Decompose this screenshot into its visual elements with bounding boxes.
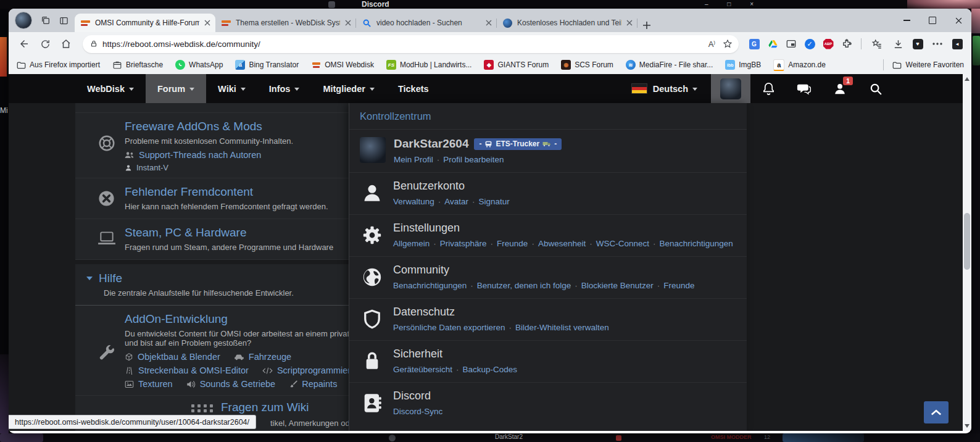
tab-kostenloses-hochladen[interactable]: Kostenloses Hochladen und Teilen [497,14,637,32]
new-tab-icon[interactable] [642,21,651,30]
dropdown-item-title[interactable]: Discord [393,390,442,402]
home-icon[interactable] [57,35,75,53]
nav-infos[interactable]: Infos [257,74,312,103]
forum-link[interactable]: Support-Threads nach Autoren [139,150,261,160]
dropdown-link[interactable]: Discord-Sync [393,407,442,416]
notifications-bell-icon[interactable] [750,74,786,103]
user-avatar[interactable] [360,137,386,163]
category-title[interactable]: Hilfe [99,272,122,285]
bookmark-firefox-import[interactable]: Aus Firefox importiert [16,60,100,70]
dropdown-link[interactable]: Geräteübersicht [393,365,452,374]
browser-profile-avatar[interactable] [15,12,32,29]
dropdown-link[interactable]: Abwesenheit [538,239,586,248]
search-icon[interactable] [858,74,894,103]
close-tab-icon[interactable] [486,20,492,26]
scroll-up-arrow[interactable] [965,77,970,81]
dropdown-item-title[interactable]: Datenschutz [393,306,609,319]
chevron-down-icon[interactable] [86,277,93,280]
bookmark-scs-forum[interactable]: ◉ SCS Forum [561,60,613,70]
dropdown-item-title[interactable]: Community [393,264,695,277]
workspaces-icon[interactable] [41,15,51,25]
refresh-icon[interactable] [36,35,54,53]
dropdown-link[interactable]: Freunde [663,281,694,290]
dropdown-item-title[interactable]: Sicherheit [393,348,517,361]
extensions-puzzle-icon[interactable] [839,36,855,52]
nav-wiki[interactable]: Wiki [206,74,257,103]
dropdown-link[interactable]: Bilder-Whitelist verwalten [515,323,609,332]
bookmark-brieftasche[interactable]: Brieftasche [112,60,163,70]
dropdown-link[interactable]: Benachrichtigungen [393,281,467,290]
tab-actions-icon[interactable] [59,16,69,25]
page-scrollbar[interactable] [963,74,971,431]
dropdown-item-title[interactable]: Benutzerkonto [393,180,510,193]
sidebar-panel-icon[interactable]: ◂ [949,36,965,52]
dropdown-link[interactable]: Verwaltung [393,197,434,206]
tab-video-hochladen[interactable]: video hochladen - Suchen [356,14,497,32]
close-tab-icon[interactable] [345,20,351,26]
bookmark-imgbb[interactable]: ibb ImgBB [725,60,761,70]
close-tab-icon[interactable] [204,20,210,26]
forum-link[interactable]: Objektbau & Blender [138,352,220,362]
conversations-icon[interactable] [786,74,822,103]
forum-link[interactable]: Streckenbau & OMSI-Editor [138,365,249,375]
user-alerts-icon[interactable]: 1 [822,74,858,103]
more-favorites-button[interactable]: Weitere Favoriten [892,60,964,70]
language-selector[interactable]: Deutsch [653,84,697,94]
bookmark-mediafire[interactable]: ≋ MediaFire - File shar... [626,60,713,70]
tab-thema-erstellen[interactable]: Thema erstellen - WebDisk System [215,14,356,32]
dropdown-link[interactable]: Privatsphäre [440,239,487,248]
favorite-star-icon[interactable] [720,35,735,53]
bookmark-whatsapp[interactable]: WhatsApp [175,60,223,70]
forum-link[interactable]: Instant-V [136,163,168,172]
username[interactable]: DarkStar2604 [394,137,468,151]
browser-essentials-icon[interactable]: ♥ [910,36,926,52]
close-window-button[interactable] [945,9,971,32]
back-icon[interactable] [15,35,33,53]
settings-more-icon[interactable] [928,35,947,53]
dropdown-link[interactable]: Persönliche Daten exportieren [393,323,505,332]
bookmark-amazon[interactable]: a Amazon.de [773,59,826,71]
dropdown-item-title[interactable]: Einstellungen [393,222,733,235]
dropdown-link[interactable]: WSC-Connect [596,239,649,248]
picture-in-picture-icon[interactable] [783,36,799,52]
nav-mitglieder[interactable]: Mitglieder [311,74,386,103]
forum-link[interactable]: Texturen [138,379,173,389]
drive-extension-icon[interactable] [765,36,781,52]
dropdown-link[interactable]: Benachrichtigungen [659,239,733,248]
user-menu-button[interactable] [711,74,750,103]
dropdown-link[interactable]: Blockierte Benutzer [581,281,654,290]
scroll-down-arrow[interactable] [965,424,970,428]
dropdown-link[interactable]: Benutzer, denen ich folge [477,281,571,290]
minimize-button[interactable] [894,9,920,32]
favorites-hub-icon[interactable] [868,35,886,53]
nav-tickets[interactable]: Tickets [386,74,441,103]
edit-profile-link[interactable]: Profil bearbeiten [443,155,504,164]
lock-icon[interactable] [90,40,98,48]
close-tab-icon[interactable] [626,20,633,26]
tab-omsi-forum[interactable]: OMSI Community & Hilfe-Forum [75,14,215,32]
bookmark-giants-forum[interactable]: ◆ GIANTS Forum [484,60,549,70]
address-bar[interactable]: https://reboot.omsi-webdisk.de/community… [83,35,739,53]
bookmark-omsi-webdisk[interactable]: OMSI Webdisk [311,60,374,70]
bookmark-bing-translator[interactable]: a Bing Translator [235,60,299,70]
nav-forum[interactable]: Forum [146,74,206,103]
scrollbar-thumb[interactable] [964,213,970,270]
translate-extension-icon[interactable]: G [746,36,762,52]
my-profile-link[interactable]: Mein Profil [394,155,433,164]
forum-link[interactable]: Sounds & Getriebe [200,379,276,389]
downloads-icon[interactable] [889,35,907,53]
read-aloud-icon[interactable]: A) [704,40,720,49]
board-title[interactable]: Fragen zum Wiki [221,401,309,414]
check-extension-icon[interactable]: ✓ [802,36,818,52]
dropdown-link[interactable]: Avatar [444,197,468,206]
scroll-to-top-button[interactable] [924,401,949,423]
dropdown-link[interactable]: Freunde [497,239,528,248]
nav-webdisk[interactable]: WebDisk [75,74,146,103]
dropdown-link[interactable]: Signatur [479,197,510,206]
forum-link[interactable]: Repaints [302,379,337,389]
maximize-button[interactable] [920,9,945,32]
bookmark-modhub[interactable]: FS ModHub | Landwirts... [386,60,472,70]
forum-link[interactable]: Fahrzeuge [249,352,291,362]
adblock-plus-icon[interactable]: ABP [820,36,836,52]
dropdown-link[interactable]: Backup-Codes [463,365,518,374]
